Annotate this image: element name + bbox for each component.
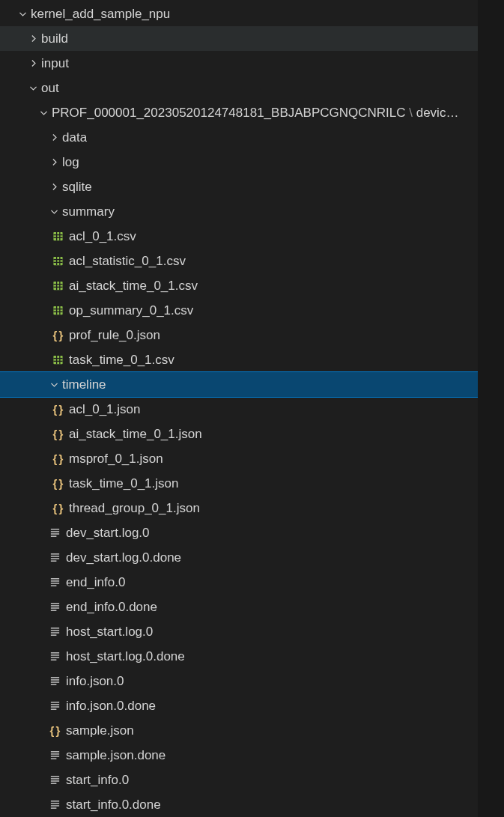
- json-icon: { }: [48, 724, 61, 738]
- tree-item-label: msprof_0_1.json: [69, 452, 163, 467]
- tree-item-label: task_time_0_1.csv: [69, 353, 174, 368]
- tree-folder[interactable]: summary: [0, 199, 478, 224]
- tree-item-label: end_info.0.done: [66, 600, 157, 615]
- tree-item-label: log: [62, 155, 79, 170]
- chevron-down-icon[interactable]: [48, 379, 60, 391]
- tree-file[interactable]: { }acl_0_1.json: [0, 397, 478, 422]
- tree-item-label: info.json.0: [66, 674, 124, 689]
- tree-item-label: out: [41, 81, 59, 96]
- text-file-icon: [48, 650, 61, 663]
- spreadsheet-icon: [51, 279, 64, 293]
- tree-file[interactable]: { }task_time_0_1.json: [0, 471, 478, 496]
- tree-folder[interactable]: timeline: [0, 372, 478, 397]
- tree-file[interactable]: sample.json.done: [0, 743, 478, 768]
- chevron-down-icon[interactable]: [48, 206, 60, 218]
- tree-item-label: acl_0_1.json: [69, 402, 140, 417]
- tree-item-label: prof_rule_0.json: [69, 328, 160, 343]
- spreadsheet-icon: [51, 255, 64, 268]
- json-icon: { }: [51, 502, 64, 515]
- text-file-icon: [48, 625, 61, 639]
- file-explorer-tree: kernel_add_sample_npubuildinputoutPROF_0…: [0, 0, 478, 817]
- tree-folder[interactable]: out: [0, 76, 478, 100]
- tree-item-label: kernel_add_sample_npu: [31, 7, 170, 22]
- text-file-icon: [48, 749, 61, 762]
- tree-item-label: info.json.0.done: [66, 699, 156, 714]
- tree-item-label: start_info.0: [66, 773, 129, 788]
- tree-folder[interactable]: data: [0, 125, 478, 150]
- tree-item-label: dev_start.log.0: [66, 526, 150, 541]
- tree-file[interactable]: end_info.0.done: [0, 595, 478, 619]
- tree-file[interactable]: { }prof_rule_0.json: [0, 323, 478, 347]
- chevron-right-icon[interactable]: [27, 58, 39, 70]
- text-file-icon: [48, 601, 61, 614]
- json-icon: { }: [51, 452, 64, 466]
- tree-file[interactable]: start_info.0.done: [0, 792, 478, 817]
- tree-item-label: sqlite: [62, 180, 92, 195]
- text-file-icon: [48, 699, 61, 713]
- tree-item-label: end_info.0: [66, 575, 125, 590]
- text-file-icon: [48, 526, 61, 540]
- svg-rect-20: [53, 356, 62, 364]
- tree-file[interactable]: dev_start.log.0: [0, 520, 478, 545]
- json-icon: { }: [51, 403, 64, 416]
- text-file-icon: [48, 798, 61, 812]
- tree-file[interactable]: { }msprof_0_1.json: [0, 446, 478, 471]
- tree-item-label: PROF_000001_20230520124748181_BBJABPCGNQ…: [52, 106, 458, 121]
- svg-rect-10: [53, 282, 62, 290]
- tree-file[interactable]: host_start.log.0: [0, 619, 478, 644]
- tree-item-label: data: [62, 130, 87, 145]
- json-icon: { }: [51, 329, 64, 342]
- tree-folder[interactable]: log: [0, 150, 478, 174]
- tree-file[interactable]: op_summary_0_1.csv: [0, 298, 478, 323]
- tree-item-label: host_start.log.0.done: [66, 649, 185, 664]
- tree-folder[interactable]: input: [0, 51, 478, 76]
- tree-item-label: build: [41, 31, 68, 46]
- tree-folder[interactable]: sqlite: [0, 174, 478, 199]
- tree-file[interactable]: { }thread_group_0_1.json: [0, 496, 478, 520]
- tree-file[interactable]: task_time_0_1.csv: [0, 347, 478, 372]
- text-file-icon: [48, 551, 61, 565]
- tree-file[interactable]: acl_statistic_0_1.csv: [0, 249, 478, 273]
- chevron-right-icon[interactable]: [48, 132, 60, 144]
- chevron-right-icon[interactable]: [27, 33, 39, 45]
- tree-item-label: host_start.log.0: [66, 625, 153, 640]
- text-file-icon: [48, 675, 61, 688]
- text-file-icon: [48, 576, 61, 589]
- tree-folder[interactable]: kernel_add_sample_npu: [0, 1, 478, 26]
- tree-item-label: summary: [62, 204, 115, 219]
- tree-item-label: dev_start.log.0.done: [66, 550, 181, 565]
- chevron-right-icon[interactable]: [48, 181, 60, 193]
- tree-item-label: thread_group_0_1.json: [69, 501, 200, 516]
- tree-file[interactable]: info.json.0.done: [0, 693, 478, 718]
- tree-item-label: acl_0_1.csv: [69, 229, 136, 244]
- tree-file[interactable]: dev_start.log.0.done: [0, 545, 478, 570]
- svg-rect-0: [53, 232, 62, 240]
- tree-folder[interactable]: build: [0, 26, 478, 51]
- tree-file[interactable]: { }sample.json: [0, 718, 478, 743]
- svg-rect-5: [53, 257, 62, 265]
- tree-item-label: start_info.0.done: [66, 798, 161, 813]
- tree-item-label: task_time_0_1.json: [69, 476, 178, 491]
- spreadsheet-icon: [51, 304, 64, 318]
- tree-file[interactable]: { }ai_stack_time_0_1.json: [0, 422, 478, 446]
- tree-file[interactable]: acl_0_1.csv: [0, 224, 478, 249]
- json-icon: { }: [51, 477, 64, 490]
- tree-item-label: timeline: [62, 377, 106, 392]
- tree-file[interactable]: host_start.log.0.done: [0, 644, 478, 669]
- spreadsheet-icon: [51, 353, 64, 367]
- tree-item-label: ai_stack_time_0_1.json: [69, 427, 202, 442]
- tree-item-label: sample.json.done: [66, 748, 166, 763]
- tree-file[interactable]: ai_stack_time_0_1.csv: [0, 273, 478, 298]
- chevron-down-icon[interactable]: [16, 8, 28, 20]
- svg-rect-15: [53, 306, 62, 315]
- chevron-down-icon[interactable]: [27, 82, 39, 94]
- tree-file[interactable]: start_info.0: [0, 768, 478, 792]
- tree-item-label: input: [41, 56, 69, 71]
- chevron-right-icon[interactable]: [48, 157, 60, 168]
- tree-file[interactable]: info.json.0: [0, 669, 478, 693]
- chevron-down-icon[interactable]: [37, 107, 49, 119]
- tree-folder[interactable]: PROF_000001_20230520124748181_BBJABPCGNQ…: [0, 100, 478, 125]
- tree-item-label: ai_stack_time_0_1.csv: [69, 279, 198, 294]
- text-file-icon: [48, 774, 61, 787]
- tree-file[interactable]: end_info.0: [0, 570, 478, 595]
